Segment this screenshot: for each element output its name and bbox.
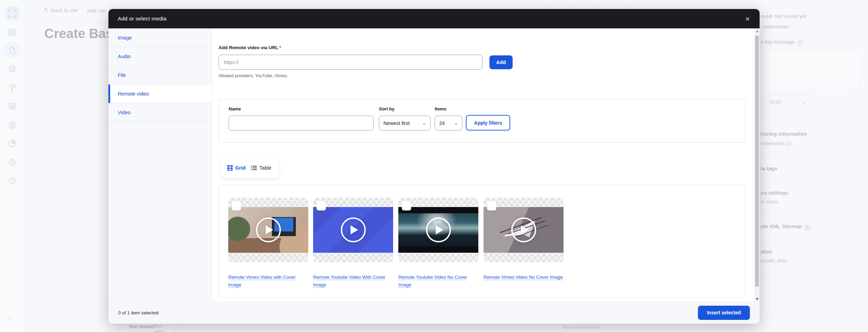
media-item-link[interactable]: Remote Vimeo Video No Cover Image	[484, 273, 564, 281]
sort-by-select[interactable]: Newest first⌄	[379, 116, 431, 131]
media-item-checkbox[interactable]	[402, 201, 411, 210]
tab-audio[interactable]: Audio	[108, 47, 212, 66]
required-marker: *	[280, 45, 281, 50]
items-select[interactable]: 24⌄	[435, 116, 462, 131]
play-icon	[341, 217, 366, 242]
remote-video-url-input[interactable]	[219, 55, 482, 70]
media-item-link[interactable]: Remote Youtube Video With Cover Image	[313, 273, 393, 288]
add-button[interactable]: Add	[489, 55, 513, 69]
chevron-down-icon: ⌄	[422, 120, 426, 126]
tab-image[interactable]: Image	[108, 28, 212, 47]
allowed-providers-help: Allowed providers: YouTube, Vimeo.	[219, 73, 288, 78]
view-toggle: Grid Table	[221, 158, 279, 178]
media-item-checkbox[interactable]	[487, 201, 496, 210]
modal-title: Add or select media	[118, 16, 167, 22]
play-icon	[256, 217, 281, 242]
scroll-down-arrow-icon[interactable]	[754, 296, 760, 302]
modal-footer: 0 of 1 item selected Insert selected	[108, 302, 760, 324]
modal-scrollbar[interactable]	[754, 28, 760, 302]
modal-header: Add or select media ✕	[108, 9, 760, 28]
media-item-checkbox[interactable]	[317, 201, 326, 210]
items-label: Items	[435, 106, 446, 111]
table-list-icon	[251, 165, 257, 170]
modal-content: Add Remote video via URL* Add Allowed pr…	[212, 28, 754, 302]
media-item-thumbnail[interactable]	[484, 198, 564, 262]
media-library-modal: Add or select media ✕ Image Audio File R…	[108, 9, 760, 324]
media-item-checkbox[interactable]	[232, 201, 241, 210]
media-grid: Remote Vimeo Video with Cover Image Remo…	[219, 185, 746, 298]
media-item-thumbnail[interactable]	[313, 198, 393, 262]
media-item-link[interactable]: Remote Vimeo Video with Cover Image	[228, 273, 308, 288]
apply-filters-button[interactable]: Apply filters	[466, 115, 510, 131]
media-type-tabs: Image Audio File Remote video Video	[108, 28, 212, 302]
scrollbar-thumb[interactable]	[755, 36, 759, 287]
close-icon[interactable]: ✕	[742, 14, 753, 24]
sort-by-label: Sort by	[379, 106, 395, 111]
play-icon	[511, 217, 536, 242]
chevron-down-icon: ⌄	[454, 120, 458, 126]
grid-view-button[interactable]: Grid	[227, 165, 246, 171]
name-filter-input[interactable]	[229, 116, 374, 131]
selection-count-text: 0 of 1 item selected	[118, 310, 159, 315]
insert-selected-button[interactable]: Insert selected	[698, 306, 750, 320]
play-icon	[426, 217, 451, 242]
url-field-label: Add Remote video via URL*	[219, 45, 281, 50]
name-filter-label: Name	[229, 106, 241, 111]
tab-remote-video[interactable]: Remote video	[108, 84, 212, 103]
media-item-thumbnail[interactable]: VIEW	[398, 198, 478, 262]
table-view-button[interactable]: Table	[251, 165, 272, 171]
scroll-up-arrow-icon[interactable]	[754, 28, 760, 34]
media-item-link[interactable]: Remote Youtube Video No Cover Image	[398, 273, 478, 288]
filters-panel: Name Sort by Newest first⌄ Items 24⌄ App…	[219, 99, 746, 143]
tab-video[interactable]: Video	[108, 103, 212, 122]
media-item-thumbnail[interactable]	[228, 198, 308, 262]
tab-file[interactable]: File	[108, 66, 212, 84]
grid-icon	[227, 165, 233, 171]
